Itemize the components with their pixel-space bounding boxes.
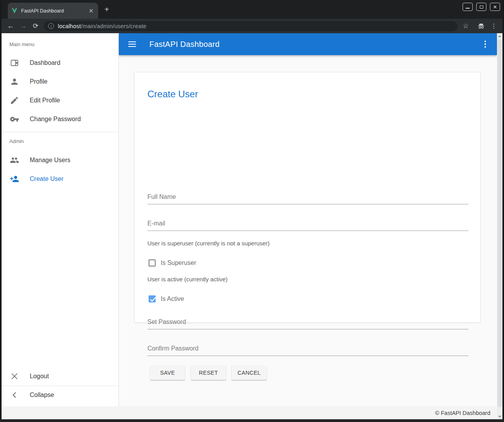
- page-title: Create User: [147, 89, 198, 100]
- is-superuser-label: Is Superuser: [161, 259, 196, 266]
- window-titlebar: FastAPI Dashboard ✕ + ✕: [0, 0, 504, 19]
- is-active-checkbox-row[interactable]: Is Active: [149, 295, 184, 302]
- tab-title: FastAPI Dashboard: [21, 8, 88, 14]
- sidebar-item-change-password[interactable]: Change Password: [2, 110, 118, 129]
- sidebar-item-label: Manage Users: [30, 157, 70, 164]
- browser-toolbar: ← → ⟳ i localhost/main/admin/users/creat…: [0, 19, 504, 33]
- is-active-label: Is Active: [161, 295, 184, 302]
- scrollbar-thumb[interactable]: [497, 39, 502, 407]
- hamburger-menu-icon[interactable]: [128, 41, 136, 47]
- create-user-card: Create User Full Name E-mail User is sup…: [134, 72, 481, 323]
- forward-icon[interactable]: →: [17, 19, 29, 33]
- email-field[interactable]: E-mail: [147, 220, 468, 227]
- reset-button[interactable]: RESET: [191, 366, 226, 380]
- browser-tab[interactable]: FastAPI Dashboard ✕: [8, 3, 98, 19]
- confirm-password-label: Confirm Password: [147, 345, 468, 352]
- window-controls: ✕: [463, 3, 500, 11]
- field-underline: [147, 204, 468, 204]
- sidebar-item-label: Dashboard: [30, 59, 60, 66]
- footer: © FastAPI Dashboard: [2, 406, 497, 419]
- is-superuser-checkbox-row[interactable]: Is Superuser: [149, 259, 196, 266]
- confirm-password-field[interactable]: Confirm Password: [147, 345, 468, 352]
- sidebar-item-profile[interactable]: Profile: [2, 72, 118, 91]
- sidebar-item-logout[interactable]: Logout: [2, 367, 118, 386]
- sidebar-item-dashboard[interactable]: Dashboard: [2, 54, 118, 72]
- page-scrollbar[interactable]: [497, 33, 502, 419]
- scroll-up-icon[interactable]: [497, 33, 502, 39]
- url-host: localhost: [58, 23, 81, 29]
- logout-x-icon: [10, 372, 19, 381]
- sidebar-item-label: Change Password: [30, 116, 81, 123]
- superuser-note: User is superuser (currently is not a su…: [147, 240, 270, 247]
- sidebar: Main menu Dashboard Profile Edit Profile…: [2, 33, 119, 406]
- sidebar-item-edit-profile[interactable]: Edit Profile: [2, 91, 118, 110]
- sidebar-item-collapse[interactable]: Collapse: [2, 386, 118, 404]
- sidebar-item-create-user[interactable]: Create User: [2, 170, 118, 188]
- incognito-icon: [475, 19, 487, 33]
- field-underline: [147, 329, 468, 329]
- sidebar-item-label: Edit Profile: [30, 97, 60, 104]
- url-text: localhost/main/admin/users/create: [58, 23, 147, 29]
- checkbox-checked-icon[interactable]: [149, 295, 156, 302]
- back-icon[interactable]: ←: [5, 19, 16, 33]
- sidebar-item-label: Collapse: [30, 392, 54, 399]
- browser-menu-icon[interactable]: ⋮: [488, 19, 500, 33]
- key-icon: [10, 114, 19, 124]
- bookmark-star-icon[interactable]: ☆: [460, 19, 472, 33]
- set-password-label: Set Password: [147, 318, 468, 325]
- site-info-icon[interactable]: i: [48, 23, 54, 29]
- appbar-title: FastAPI Dashboard: [149, 40, 220, 49]
- cancel-button[interactable]: CANCEL: [231, 366, 267, 380]
- window-border: [0, 0, 2, 422]
- sidebar-item-label: Profile: [30, 78, 47, 85]
- field-underline: [147, 356, 468, 356]
- tab-close-icon[interactable]: ✕: [88, 7, 95, 14]
- full-name-label: Full Name: [147, 193, 468, 200]
- url-bar[interactable]: i localhost/main/admin/users/create: [44, 21, 457, 31]
- sidebar-item-label: Logout: [30, 373, 49, 380]
- footer-copyright: © FastAPI Dashboard: [435, 410, 490, 416]
- window-border: [0, 419, 504, 422]
- close-button[interactable]: ✕: [490, 3, 500, 11]
- sidebar-item-label: Create User: [30, 175, 63, 182]
- people-icon: [10, 156, 19, 165]
- minimize-button[interactable]: [463, 3, 473, 11]
- sidebar-section-admin: Admin: [9, 138, 24, 144]
- scroll-down-icon[interactable]: [497, 414, 502, 419]
- email-label: E-mail: [147, 220, 468, 227]
- window-border: [502, 0, 504, 422]
- pencil-icon: [10, 96, 19, 105]
- checkbox-unchecked-icon[interactable]: [149, 259, 156, 266]
- sidebar-section-main-menu: Main menu: [9, 41, 34, 47]
- url-path: /main/admin/users/create: [81, 23, 147, 29]
- maximize-button[interactable]: [476, 3, 486, 11]
- reload-icon[interactable]: ⟳: [30, 19, 41, 33]
- new-tab-button[interactable]: +: [102, 5, 111, 14]
- field-underline: [147, 231, 468, 231]
- chevron-left-icon: [10, 390, 19, 400]
- sidebar-divider: [2, 132, 118, 132]
- active-note: User is active (currently active): [147, 276, 228, 283]
- full-name-field[interactable]: Full Name: [147, 193, 468, 200]
- appbar-menu-icon[interactable]: [484, 41, 486, 48]
- vue-logo-icon: [11, 8, 18, 14]
- person-add-icon: [10, 174, 19, 184]
- set-password-field[interactable]: Set Password: [147, 318, 468, 325]
- person-icon: [10, 77, 19, 86]
- sidebar-item-manage-users[interactable]: Manage Users: [2, 151, 118, 170]
- dashboard-icon: [10, 58, 19, 68]
- appbar: FastAPI Dashboard: [119, 33, 497, 55]
- save-button[interactable]: SAVE: [150, 366, 185, 380]
